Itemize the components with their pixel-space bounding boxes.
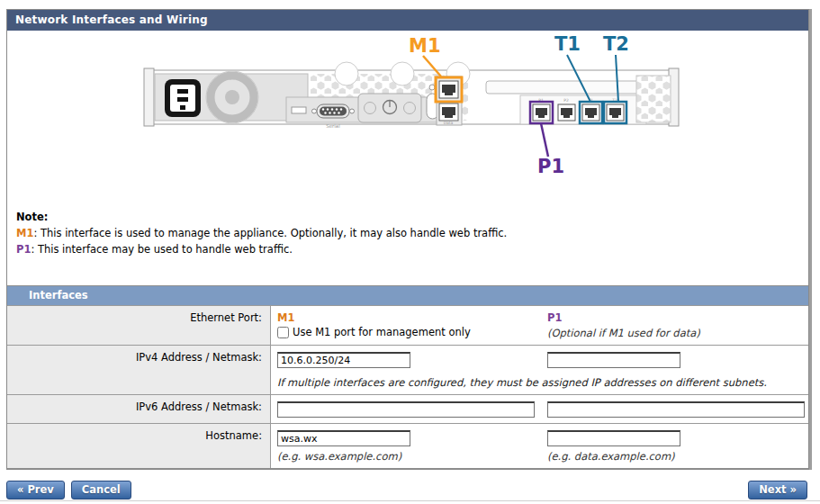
ethernet-port-label: Ethernet Port:: [7, 306, 271, 345]
subnet-note: If multiple interfaces are configured, t…: [277, 376, 808, 389]
appliance-diagram-svg: Serial Data P1 P2 T1: [7, 31, 820, 184]
note-heading: Note:: [16, 209, 808, 225]
m1-callout-label: M1: [409, 35, 441, 57]
t2-port: [604, 102, 626, 123]
use-m1-management-label: Use M1 port for management only: [293, 326, 471, 338]
right-vent: [636, 76, 671, 122]
usb-port: [292, 107, 306, 113]
p2-port: [558, 104, 575, 121]
hostname-m1-example: (e.g. wsa.example.com): [277, 450, 547, 463]
data-port-label: Data: [444, 121, 454, 125]
appliance-rear-diagram: Serial Data P1 P2 T1: [7, 31, 808, 184]
p2-port-label: P2: [563, 98, 569, 103]
hostname-row: Hostname: (e.g. wsa.example.com) (e.g. d…: [7, 423, 808, 468]
power-button-panel: [358, 94, 421, 122]
t1-callout-label: T1: [554, 33, 581, 55]
p1-column-title: P1: [547, 311, 808, 324]
interfaces-section-header: Interfaces: [7, 286, 808, 305]
ipv4-m1-input[interactable]: [277, 352, 410, 368]
t1-port: [580, 102, 602, 123]
note-m1-text: : This interface is used to manage the a…: [33, 227, 507, 239]
ethernet-port-row: Ethernet Port: M1 Use M1 port for manage…: [7, 305, 808, 345]
chassis-left-cap: [144, 68, 154, 126]
note-block: Note: M1: This interface is used to mana…: [16, 209, 808, 257]
m1-column-title: M1: [277, 311, 547, 324]
page-title: Network Interfaces and Wiring: [7, 10, 808, 31]
note-p1-line: P1: This interface may be used to handle…: [16, 241, 808, 257]
next-button[interactable]: Next »: [748, 481, 807, 500]
ipv4-row: IPv4 Address / Netmask: If multiple inte…: [7, 345, 808, 394]
interfaces-table: Interfaces Ethernet Port: M1 Use M1 port…: [7, 285, 808, 469]
wizard-panel: Network Interfaces and Wiring: [6, 9, 809, 470]
ipv4-p1-input[interactable]: [547, 352, 680, 368]
ipv6-label: IPv6 Address / Netmask:: [7, 395, 271, 423]
expansion-slot: [486, 81, 639, 94]
ipv6-m1-input[interactable]: [277, 401, 535, 418]
prev-button[interactable]: « Prev: [6, 481, 65, 500]
serial-label: Serial: [326, 123, 340, 129]
p1-optional-note: (Optional if M1 used for data): [547, 327, 808, 339]
note-m1-label: M1: [16, 227, 33, 239]
hostname-p1-example: (e.g. data.example.com): [547, 450, 808, 463]
wizard-button-bar: « PrevCancel Next »: [6, 481, 809, 500]
cancel-button[interactable]: Cancel: [71, 481, 131, 500]
hostname-m1-input[interactable]: [277, 430, 410, 446]
hostname-p1-input[interactable]: [547, 430, 680, 446]
page-bottom-divider: [0, 500, 820, 501]
hostname-label: Hostname:: [7, 424, 271, 468]
ipv6-p1-input[interactable]: [547, 401, 805, 418]
note-m1-line: M1: This interface is used to manage the…: [16, 225, 808, 241]
ipv6-row: IPv6 Address / Netmask:: [7, 394, 808, 423]
use-m1-management-checkbox[interactable]: [277, 327, 289, 338]
note-p1-text: : This interface may be used to handle w…: [31, 243, 293, 256]
p1-callout-label: P1: [537, 156, 564, 177]
t2-callout-label: T2: [603, 33, 629, 55]
note-p1-label: P1: [16, 243, 31, 256]
ipv4-label: IPv4 Address / Netmask:: [7, 346, 271, 394]
p1-port: [530, 102, 553, 123]
